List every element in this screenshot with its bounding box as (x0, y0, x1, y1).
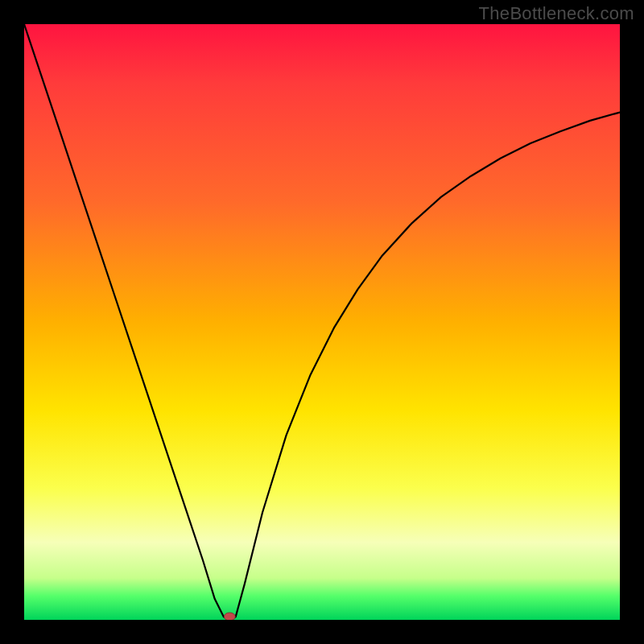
optimum-marker (224, 613, 235, 620)
chart-frame: TheBottleneck.com (0, 0, 644, 644)
chart-svg (24, 24, 620, 620)
watermark-text: TheBottleneck.com (479, 3, 634, 24)
plot-area (24, 24, 620, 620)
bottleneck-curve (24, 24, 620, 620)
